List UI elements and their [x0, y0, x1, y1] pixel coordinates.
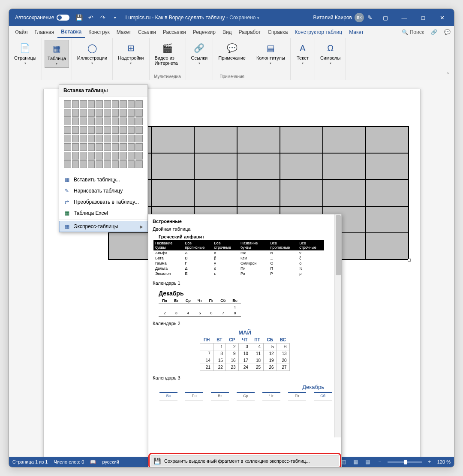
calendar1-preview[interactable]: Декабрь ПнВтСрЧтПтСбВс 12345678	[153, 288, 336, 316]
collapse-ribbon-icon[interactable]: ⌃	[442, 69, 454, 80]
zoom-in-button[interactable]: +	[425, 458, 434, 466]
online-video-button[interactable]: 🎬Видео из Интернета	[152, 40, 183, 67]
page-indicator[interactable]: Страница 1 из 1	[12, 459, 48, 464]
avatar-icon: ВК	[355, 13, 364, 22]
link-icon: 🔗	[193, 42, 206, 54]
pencil-icon: ✎	[63, 187, 70, 194]
media-group-label: Мультимедиа	[154, 73, 181, 79]
tab-table-layout[interactable]: Макет	[346, 26, 367, 38]
addins-icon: ⊞	[124, 42, 137, 54]
shapes-icon: ◯	[86, 42, 99, 54]
zoom-out-button[interactable]: −	[376, 458, 384, 466]
quick-tables-icon: ▦	[63, 223, 70, 230]
undo-icon[interactable]: ↶	[85, 12, 97, 24]
drawing-icon[interactable]: ✎	[364, 12, 376, 24]
save-icon[interactable]: 💾	[73, 12, 85, 24]
ribbon: 📄Страницы▾ ▦Таблица▾ ◯Иллюстрации▾ ⊞Надс…	[9, 38, 454, 80]
user-name: Виталий Каиров	[313, 15, 352, 21]
calendar2-preview[interactable]: МАЙ ПНВТСРЧТПТСБВС1234567891011121314151…	[153, 328, 336, 371]
gallery-scrollbar[interactable]	[334, 214, 341, 437]
autosave-toggle[interactable]: Автосохранение	[12, 15, 73, 21]
calendar3-item[interactable]: Календарь 3	[152, 374, 338, 382]
maximize-button[interactable]: □	[414, 9, 433, 26]
draw-table-item[interactable]: ✎Нарисовать таблицу	[59, 185, 147, 196]
excel-table-item[interactable]: ▦Таблица Excel	[59, 208, 147, 219]
spellcheck-icon[interactable]: 📖	[90, 459, 96, 465]
calendar2-item[interactable]: Календарь 2	[152, 320, 338, 328]
tab-review[interactable]: Рецензир	[189, 26, 219, 38]
pages-button[interactable]: 📄Страницы▾	[12, 40, 39, 67]
table-grid-picker[interactable]: /*grid built below*/	[59, 96, 147, 172]
table-icon: ▦	[50, 42, 63, 55]
calendar3-preview[interactable]: Декабрь ВсПнВтСрЧтПтСб	[153, 383, 336, 398]
qat-dropdown-icon[interactable]: ▾	[109, 12, 121, 24]
word-count[interactable]: Число слов: 0	[54, 459, 84, 464]
greek-title: Греческий алфавит	[153, 234, 336, 239]
tab-help[interactable]: Справка	[264, 26, 291, 38]
excel-icon: ▦	[63, 210, 70, 217]
tab-developer[interactable]: Разработ	[235, 26, 265, 38]
user-account[interactable]: Виталий Каиров ВК	[313, 13, 364, 22]
addins-button[interactable]: ⊞Надстройки▾	[115, 40, 146, 67]
tab-references[interactable]: Ссылки	[135, 26, 159, 38]
save-to-gallery-item[interactable]: 💾 Сохранить выделенный фрагмент в коллек…	[150, 455, 339, 467]
close-button[interactable]: ✕	[433, 9, 451, 26]
insert-table-item[interactable]: ▦Вставить таблицу...	[59, 174, 147, 185]
links-button[interactable]: 🔗Ссылки▾	[189, 40, 210, 67]
tab-home[interactable]: Главная	[31, 26, 58, 38]
comment-icon: 💬	[225, 42, 238, 54]
calendar1-item[interactable]: Календарь 1	[152, 280, 338, 287]
tab-layout[interactable]: Макет	[113, 26, 135, 38]
minimize-button[interactable]: —	[395, 9, 414, 26]
ribbon-display-icon[interactable]: ▢	[376, 9, 395, 26]
submenu-arrow-icon: ▶	[140, 224, 143, 229]
comments-button[interactable]: 💬	[441, 26, 454, 38]
quick-tables-item[interactable]: ▦Экспресс-таблицы▶	[59, 221, 147, 232]
document-title: Lumpics.ru - Как в Ворде сделать таблицу…	[125, 15, 259, 21]
print-view-icon[interactable]: ▦	[352, 458, 360, 466]
tab-design[interactable]: Конструк	[85, 26, 113, 38]
illustrations-button[interactable]: ◯Иллюстрации▾	[75, 40, 110, 67]
headerfooter-button[interactable]: ▤Колонтитулы▾	[254, 40, 288, 67]
video-icon: 🎬	[161, 42, 174, 54]
header-icon: ▤	[264, 42, 277, 54]
comment-button[interactable]: 💬Примечание	[216, 40, 248, 62]
tab-mailings[interactable]: Рассылки	[159, 26, 189, 38]
cal2-month: МАЙ	[153, 328, 336, 337]
selection-handle-icon[interactable]	[408, 259, 411, 262]
zoom-level[interactable]: 120 %	[437, 459, 451, 464]
convert-table-item[interactable]: ⇄Преобразовать в таблицу...	[59, 196, 147, 208]
comments-group-label: Примечания	[219, 73, 244, 79]
textbox-icon: A	[296, 42, 309, 54]
ribbon-tabs: Файл Главная Вставка Конструк Макет Ссыл…	[9, 26, 454, 38]
titlebar: Автосохранение 💾 ↶ ↷ ▾ Lumpics.ru - Как …	[9, 9, 454, 26]
table-button[interactable]: ▦Таблица▾	[45, 40, 69, 68]
tab-table-design[interactable]: Конструктор таблиц	[291, 26, 346, 38]
share-button[interactable]: 🔗	[427, 26, 441, 38]
save-to-gallery-label: Сохранить выделенный фрагмент в коллекци…	[164, 458, 310, 464]
symbols-button[interactable]: ΩСимволы▾	[318, 40, 343, 67]
redo-icon[interactable]: ↷	[97, 12, 109, 24]
tab-insert[interactable]: Вставка	[57, 26, 85, 38]
word-window: Автосохранение 💾 ↶ ↷ ▾ Lumpics.ru - Как …	[9, 9, 454, 467]
double-table-item[interactable]: Двойная таблица	[152, 226, 338, 233]
toggle-switch-icon	[57, 15, 69, 21]
tab-view[interactable]: Вид	[219, 26, 235, 38]
search-box[interactable]: 🔍Поиск	[398, 26, 427, 38]
double-table-preview[interactable]: Греческий алфавит Название буквыВсе проп…	[153, 234, 336, 276]
save-icon: 💾	[153, 457, 161, 465]
page-icon: 📄	[19, 42, 32, 54]
tab-file[interactable]: Файл	[12, 26, 31, 38]
table-dropdown-menu: Вставка таблицы /*grid built below*/ ▦Вс…	[59, 84, 148, 232]
table-icon: ▦	[63, 176, 70, 183]
zoom-slider[interactable]	[388, 461, 422, 463]
language-indicator[interactable]: русский	[102, 459, 119, 464]
autosave-label: Автосохранение	[15, 15, 54, 21]
quick-tables-gallery: Встроенные Двойная таблица Греческий алф…	[148, 214, 342, 467]
cal1-month: Декабрь	[153, 288, 336, 298]
builtin-category: Встроенные	[152, 217, 338, 226]
web-view-icon[interactable]: ▤	[364, 458, 372, 466]
text-button[interactable]: AТекст▾	[293, 40, 312, 67]
cal3-month: Декабрь	[153, 383, 336, 392]
convert-icon: ⇄	[63, 199, 70, 205]
